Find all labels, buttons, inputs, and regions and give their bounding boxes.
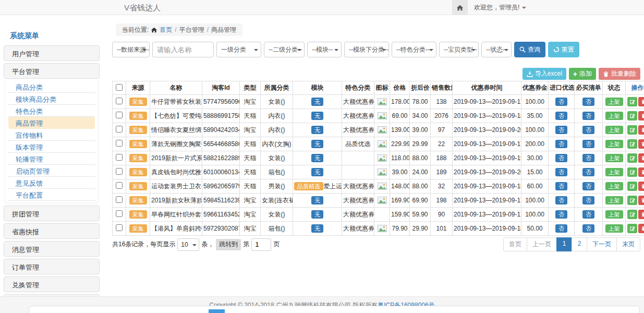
sidebar-group-item[interactable]: 订单管理 [4,259,100,274]
must-buy-toggle[interactable]: 否 [582,224,594,233]
status-button[interactable]: 上架 [605,154,623,162]
sidebar-group-item[interactable]: 省惠快报 [4,223,100,239]
sidebar-sub-item-active[interactable]: 商品管理 [8,117,95,129]
status-button[interactable]: 上架 [605,224,623,233]
delete-button[interactable] [638,182,644,191]
status-button[interactable]: 上架 [605,168,623,176]
icon-cell[interactable] [374,222,390,236]
delete-button[interactable] [638,111,644,121]
reset-button[interactable]: 重置 [548,42,579,57]
sidebar-group-item[interactable]: 拼团管理 [4,206,100,221]
edit-button[interactable] [627,111,637,121]
delete-button[interactable] [638,210,644,219]
row-checkbox[interactable] [116,196,123,203]
icon-cell[interactable] [374,95,390,109]
row-checkbox[interactable] [116,126,123,133]
status-button[interactable]: 上架 [605,112,623,120]
category2-select[interactable]: --二级分类-- [264,42,305,57]
pagination-button[interactable]: 2 [572,237,587,251]
sidebar-sub-item[interactable]: 宣传物料 [8,129,95,141]
breadcrumb-home-link[interactable]: 首页 [160,26,172,34]
edit-button[interactable] [627,196,637,205]
sidebar-sub-item[interactable]: 启动页管理 [8,165,95,177]
status-select[interactable]: --状态-- [481,42,512,57]
icon-cell[interactable] [374,194,390,208]
row-checkbox[interactable] [116,168,123,175]
row-checkbox[interactable] [116,224,123,231]
icon-cell[interactable] [374,165,390,179]
row-checkbox[interactable] [116,140,123,147]
edit-button[interactable] [627,97,637,106]
icon-cell[interactable] [374,123,390,137]
sidebar-group-item[interactable]: 消息管理 [4,241,100,257]
item-type-select[interactable]: --宝贝类型-- [439,42,479,57]
imported-toggle[interactable]: 否 [555,196,567,204]
edit-button[interactable] [627,125,637,135]
delete-button[interactable] [638,125,644,135]
delete-button[interactable] [638,139,644,149]
icon-cell[interactable] [374,179,390,194]
home-button[interactable] [452,0,468,15]
imported-toggle[interactable]: 否 [555,168,567,176]
delete-button[interactable] [638,97,644,106]
row-checkbox[interactable] [116,112,123,118]
sidebar-sub-item[interactable]: 轮播管理 [8,153,95,165]
batch-delete-button[interactable]: 批量删除 [599,68,640,80]
edit-button[interactable] [627,139,637,149]
sidebar-sub-item[interactable]: 平台配置 [8,189,95,201]
delete-button[interactable] [638,153,644,163]
edit-button[interactable] [627,153,637,163]
sidebar-sub-item[interactable]: 特色分类 [8,105,95,117]
must-buy-toggle[interactable]: 否 [582,210,594,219]
icon-cell[interactable] [374,137,390,151]
imported-toggle[interactable]: 否 [555,154,567,162]
query-button[interactable]: 查询 [514,42,545,57]
imported-toggle[interactable]: 否 [555,182,567,190]
page-jump-input[interactable] [251,238,271,251]
must-buy-toggle[interactable]: 否 [582,182,594,190]
delete-button[interactable] [638,224,644,233]
row-checkbox[interactable] [116,98,123,104]
sidebar-sub-item[interactable]: 版本管理 [8,141,95,153]
imported-toggle[interactable]: 否 [555,224,567,233]
category1-select[interactable]: 一级分类 [216,42,261,57]
sidebar-sub-item[interactable]: 意见反馈 [8,177,95,189]
row-checkbox[interactable] [116,154,123,161]
must-buy-toggle[interactable]: 否 [582,154,594,162]
imported-toggle[interactable]: 否 [555,98,567,106]
status-button[interactable]: 上架 [605,196,623,204]
name-search-input[interactable] [152,42,214,57]
edit-button[interactable] [627,224,637,233]
imported-toggle[interactable]: 否 [555,112,567,120]
icon-cell[interactable] [374,109,390,123]
sidebar-sub-item[interactable]: 模块商品分类 [8,93,95,105]
import-excel-button[interactable]: 导入excel [523,68,566,80]
imported-toggle[interactable]: 否 [555,210,567,219]
pagination-button[interactable]: 下一页 [587,237,617,251]
sidebar-sub-item[interactable]: 商品分类 [8,81,95,93]
add-button[interactable]: + 添加 [569,68,596,80]
sidebar-group-item[interactable]: 兑换管理 [4,276,100,292]
status-button[interactable]: 上架 [605,182,623,190]
sidebar-group-item[interactable]: 用户管理 [4,45,100,61]
status-button[interactable]: 上架 [605,98,623,106]
must-buy-toggle[interactable]: 否 [582,168,594,176]
select-all-checkbox[interactable] [116,84,123,91]
per-page-select[interactable]: 10 [177,238,199,251]
jump-button[interactable]: 跳转到 [216,239,241,250]
module-select[interactable]: --模块-- [307,42,342,57]
data-source-select[interactable]: --数据来源-- [112,42,150,57]
edit-button[interactable] [627,182,637,191]
status-button[interactable]: 上架 [605,140,623,148]
edit-button[interactable] [627,167,637,177]
must-buy-toggle[interactable]: 否 [582,196,594,204]
delete-button[interactable] [638,167,644,177]
delete-button[interactable] [638,196,644,205]
imported-toggle[interactable]: 否 [555,140,567,148]
imported-toggle[interactable]: 否 [555,126,567,134]
feature-select[interactable]: --特色分类-- [392,42,436,57]
user-menu[interactable]: 欢迎您，管理员! [474,3,526,12]
must-buy-toggle[interactable]: 否 [582,126,594,134]
status-button[interactable]: 上架 [605,126,623,134]
must-buy-toggle[interactable]: 否 [582,112,594,120]
